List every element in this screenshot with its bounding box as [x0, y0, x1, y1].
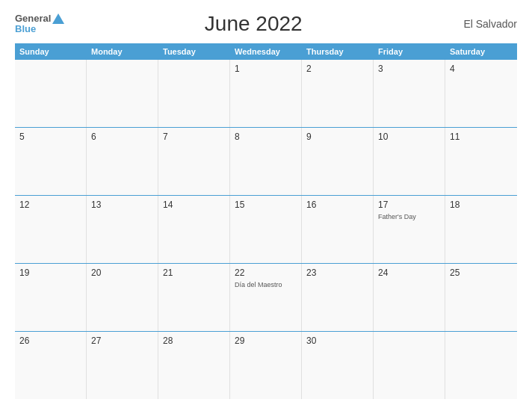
day-cell: 18	[445, 196, 517, 263]
day-headers: SundayMondayTuesdayWednesdayThursdayFrid…	[15, 43, 517, 60]
day-cell: 10	[374, 128, 445, 195]
day-cell: 23	[302, 264, 374, 331]
day-number: 18	[450, 200, 513, 210]
day-cell: 29	[230, 332, 302, 399]
day-number: 21	[163, 268, 225, 278]
day-number: 22	[235, 268, 297, 278]
day-cell: 21	[158, 264, 230, 331]
day-cell: 16	[302, 196, 374, 263]
day-cell: 20	[87, 264, 158, 331]
calendar-body: 1234567891011121314151617Father's Day181…	[15, 60, 517, 399]
day-cell: 1	[230, 60, 302, 127]
day-cell: 27	[87, 332, 158, 399]
day-cell	[445, 332, 517, 399]
day-cell	[158, 60, 230, 127]
day-number: 16	[306, 200, 368, 210]
logo-general-text: General	[15, 13, 51, 24]
month-title: June 2022	[64, 12, 442, 36]
day-cell: 8	[230, 128, 302, 195]
day-number: 10	[378, 132, 440, 142]
day-header-monday: Monday	[87, 43, 158, 60]
day-number: 26	[19, 336, 81, 346]
day-number: 9	[306, 132, 368, 142]
day-number: 30	[306, 336, 368, 346]
day-cell: 13	[87, 196, 158, 263]
holiday-label: Father's Day	[378, 213, 440, 222]
day-header-tuesday: Tuesday	[158, 43, 230, 60]
week-row-2: 121314151617Father's Day18	[15, 196, 517, 264]
day-cell: 11	[445, 128, 517, 195]
week-row-4: 2627282930	[15, 332, 517, 399]
day-header-saturday: Saturday	[445, 43, 517, 60]
day-number: 29	[235, 336, 297, 346]
day-number: 17	[378, 200, 440, 210]
day-cell: 24	[374, 264, 445, 331]
day-cell: 15	[230, 196, 302, 263]
day-cell: 5	[15, 128, 87, 195]
calendar: SundayMondayTuesdayWednesdayThursdayFrid…	[15, 43, 517, 399]
calendar-header: General Blue June 2022 El Salvador	[15, 12, 517, 36]
holiday-label: Día del Maestro	[235, 281, 297, 290]
day-number: 1	[235, 64, 297, 74]
day-number: 19	[19, 268, 81, 278]
day-number: 7	[163, 132, 225, 142]
day-cell	[15, 60, 87, 127]
day-number: 4	[450, 64, 513, 74]
logo-blue-text: Blue	[15, 24, 64, 34]
day-number: 24	[378, 268, 440, 278]
day-cell: 26	[15, 332, 87, 399]
day-number: 27	[91, 336, 153, 346]
day-cell: 9	[302, 128, 374, 195]
day-header-wednesday: Wednesday	[230, 43, 302, 60]
day-number: 2	[306, 64, 368, 74]
day-header-thursday: Thursday	[302, 43, 374, 60]
day-cell: 30	[302, 332, 374, 399]
day-number: 12	[19, 200, 81, 210]
day-cell: 28	[158, 332, 230, 399]
day-cell	[374, 332, 445, 399]
country-label: El Salvador	[442, 18, 517, 30]
day-cell: 22Día del Maestro	[230, 264, 302, 331]
logo: General Blue	[15, 13, 64, 35]
day-number: 5	[19, 132, 81, 142]
day-cell: 12	[15, 196, 87, 263]
day-number: 11	[450, 132, 513, 142]
day-number: 14	[163, 200, 225, 210]
day-cell: 25	[445, 264, 517, 331]
day-number: 6	[91, 132, 153, 142]
logo-triangle-icon	[52, 13, 64, 24]
day-cell: 3	[374, 60, 445, 127]
day-cell: 2	[302, 60, 374, 127]
day-header-friday: Friday	[374, 43, 445, 60]
day-cell: 7	[158, 128, 230, 195]
day-number: 20	[91, 268, 153, 278]
day-number: 28	[163, 336, 225, 346]
day-cell: 14	[158, 196, 230, 263]
day-number: 15	[235, 200, 297, 210]
day-header-sunday: Sunday	[15, 43, 87, 60]
week-row-0: 1234	[15, 60, 517, 128]
day-number: 23	[306, 268, 368, 278]
day-cell: 19	[15, 264, 87, 331]
day-number: 3	[378, 64, 440, 74]
day-cell	[87, 60, 158, 127]
day-number: 25	[450, 268, 513, 278]
day-cell: 4	[445, 60, 517, 127]
day-number: 8	[235, 132, 297, 142]
day-cell: 6	[87, 128, 158, 195]
week-row-3: 19202122Día del Maestro232425	[15, 264, 517, 332]
day-number: 13	[91, 200, 153, 210]
day-cell: 17Father's Day	[374, 196, 445, 263]
week-row-1: 567891011	[15, 128, 517, 196]
